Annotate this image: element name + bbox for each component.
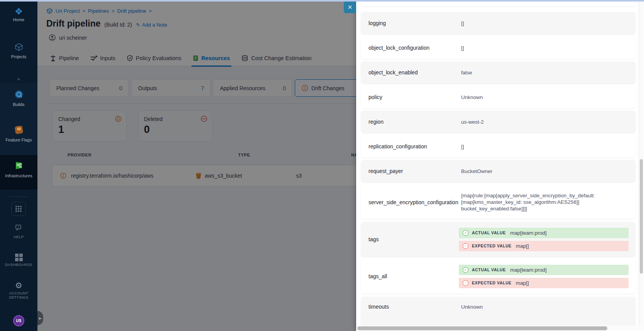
sidebar-item-label: Feature Flags [0, 138, 37, 142]
dashboards-icon [15, 254, 23, 261]
actual-value-bar: ✓ ACTUAL VALUE map[team:prod] [459, 265, 629, 275]
drawer-row-replication-configuration: replication_configuration [] [361, 135, 636, 158]
sidebar-item-label: Home [0, 17, 37, 22]
close-drawer-button[interactable]: ✕ [344, 1, 356, 13]
sidebar-collapse-arrow-icon[interactable]: ▲ [0, 76, 37, 81]
sidebar-item-label: Builds [0, 102, 37, 107]
projects-cube-icon [14, 42, 24, 52]
user-avatar[interactable]: US [13, 315, 24, 326]
builds-icon [14, 89, 24, 99]
sidebar-item-help[interactable]: ? HELP [0, 224, 37, 239]
vertical-scrollbar-thumb[interactable] [640, 159, 643, 274]
drawer-row-object-lock-configuration: object_lock_configuration [] [361, 37, 636, 59]
sidebar-item-label: Infrastructures [0, 173, 37, 178]
minus-circle-icon: − [463, 243, 468, 249]
sidebar-item-home[interactable]: ❖ Home [0, 7, 37, 22]
top-accent-strip [0, 0, 644, 2]
sidebar-item-builds[interactable]: Builds [0, 89, 37, 107]
drift-detail-drawer: ✕ logging [] object_lock_configuration [… [356, 0, 644, 331]
module-selector-button[interactable] [11, 202, 26, 216]
drawer-vertical-scrollbar[interactable] [639, 0, 644, 331]
expected-value-bar: − EXPECTED VALUE map[] [459, 278, 629, 288]
drawer-horizontal-scrollbar[interactable] [356, 326, 644, 331]
sidebar-item-feature-flags[interactable]: Feature Flags [0, 125, 37, 142]
drawer-row-tags: tags ✓ ACTUAL VALUE map[team:prod] − EXP… [361, 222, 636, 257]
home-icon: ❖ [15, 7, 23, 16]
infrastructures-icon [14, 160, 24, 171]
drawer-row-request-payer: request_payer BucketOwner [361, 160, 636, 182]
sidebar-item-label: HELP [0, 235, 37, 239]
drawer-row-logging: logging [] [361, 12, 636, 34]
app-root: ❖ Home Projects ▲ Builds [0, 0, 644, 331]
sidebar-item-infrastructures[interactable]: Infrastructures [0, 160, 37, 178]
help-chat-icon: ? [15, 224, 23, 232]
sidebar-item-dashboards[interactable]: DASHBOARDS [0, 254, 37, 267]
check-circle-icon: ✓ [463, 267, 468, 273]
sidebar-item-projects[interactable]: Projects [0, 42, 37, 59]
sidebar-expander-handle[interactable]: ▶ [37, 311, 43, 325]
drawer-row-tags-all: tags_all ✓ ACTUAL VALUE map[team:prod] −… [361, 259, 636, 294]
minus-circle-icon: − [463, 280, 468, 286]
drawer-row-policy: policy Unknown [361, 86, 636, 108]
drawer-row-object-lock-enabled: object_lock_enabled false [361, 61, 636, 84]
modal-backdrop[interactable]: ▶ [37, 0, 356, 331]
check-circle-icon: ✓ [463, 230, 468, 236]
expected-value-bar: − EXPECTED VALUE map[] [459, 241, 629, 251]
sidebar: ❖ Home Projects ▲ Builds [0, 0, 37, 331]
feature-flags-icon [14, 125, 24, 135]
sidebar-item-label: Projects [0, 54, 37, 59]
sidebar-item-label: DASHBOARDS [0, 262, 37, 267]
chevron-right-icon: ▶ [39, 316, 42, 320]
grid-dots-icon [15, 206, 22, 212]
sidebar-item-account-settings[interactable]: ⚙ ACCOUNT SETTINGS [0, 281, 37, 299]
svg-text:?: ? [17, 225, 19, 229]
drawer-row-server-side-encryption: server_side_encryption_configuration [ma… [361, 185, 636, 219]
sidebar-divider [9, 197, 28, 197]
sidebar-item-label: SETTINGS [0, 295, 37, 299]
horizontal-scrollbar-thumb[interactable] [357, 326, 607, 330]
gear-icon: ⚙ [15, 281, 22, 289]
drawer-row-region: region us-west-2 [361, 111, 636, 133]
sidebar-item-label: ACCOUNT [0, 291, 37, 295]
actual-value-bar: ✓ ACTUAL VALUE map[team:prod] [459, 228, 629, 238]
